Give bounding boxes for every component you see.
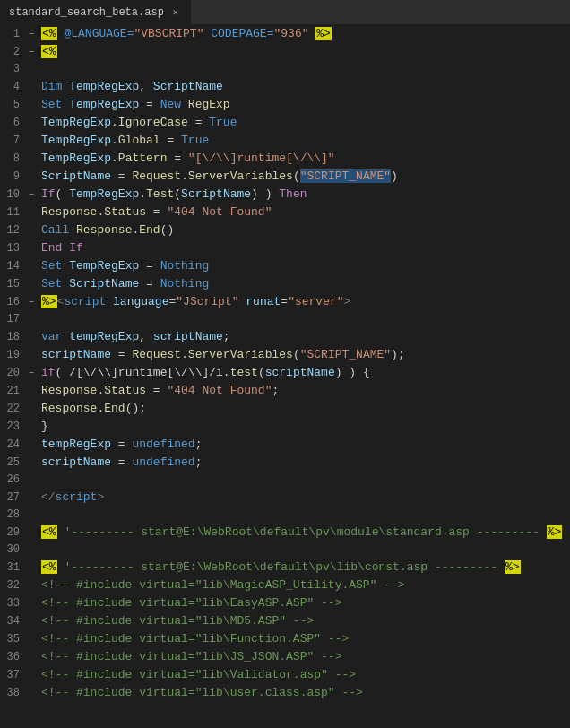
code-line: 23 }	[0, 418, 570, 436]
code-line: 12 Call Response.End()	[0, 221, 570, 239]
line-number: 25	[0, 455, 25, 472]
code-line: 36 <!-- #include virtual="lib\JS_JSON.AS…	[0, 648, 570, 666]
line-content: </script>	[38, 489, 570, 506]
line-content: }	[38, 418, 570, 435]
line-content: End If	[38, 239, 570, 256]
code-line: 24 tempRegExp = undefined;	[0, 436, 570, 454]
line-number: 19	[0, 347, 25, 364]
line-content: Set ScriptName = Nothing	[38, 275, 570, 292]
code-line: 8 TempRegExp.Pattern = "[\/\\]runtime[\/…	[0, 150, 570, 168]
line-number: 38	[0, 685, 25, 702]
code-line: 1 − <% @LANGUAGE="VBSCRIPT" CODEPAGE="93…	[0, 25, 570, 43]
code-line: 10 − If( TempRegExp.Test(ScriptName) ) T…	[0, 186, 570, 204]
code-line: 33 <!-- #include virtual="lib\EasyASP.AS…	[0, 594, 570, 612]
line-content: var tempRegExp, scriptName;	[38, 328, 570, 345]
line-content: Set TempRegExp = New RegExp	[38, 96, 570, 113]
line-number: 29	[0, 524, 25, 542]
line-number: 18	[0, 329, 25, 346]
line-content: Response.End();	[38, 400, 570, 417]
line-content: <% '--------- start@E:\WebRoot\default\p…	[38, 559, 570, 576]
code-line: 5 Set TempRegExp = New RegExp	[0, 96, 570, 114]
line-content: ScriptName = Request.ServerVariables("SC…	[38, 168, 570, 185]
line-number: 27	[0, 490, 25, 507]
code-line: 11 Response.Status = "404 Not Found"	[0, 204, 570, 221]
line-content: <!-- #include virtual="lib\Function.ASP"…	[38, 630, 570, 647]
line-number: 3	[0, 61, 25, 78]
code-line: 20 − if( /[\/\\]runtime[\/\\]/i.test(scr…	[0, 364, 570, 382]
code-line: 2 − <%	[0, 43, 570, 61]
code-line: 4 Dim TempRegExp, ScriptName	[0, 78, 570, 96]
line-number: 10	[0, 186, 25, 204]
code-line: 9 ScriptName = Request.ServerVariables("…	[0, 168, 570, 186]
line-content: <!-- #include virtual="lib\user.class.as…	[38, 684, 570, 701]
line-content: tempRegExp = undefined;	[38, 436, 570, 453]
code-line: 21 Response.Status = "404 Not Found";	[0, 382, 570, 400]
line-number: 14	[0, 258, 25, 275]
tab-close-button[interactable]: ✕	[169, 6, 182, 19]
code-line: 37 <!-- #include virtual="lib\Validator.…	[0, 666, 570, 684]
code-line: 32 <!-- #include virtual="lib\MagicASP_U…	[0, 576, 570, 594]
line-number: 22	[0, 401, 25, 418]
line-content: Set TempRegExp = Nothing	[38, 257, 570, 274]
line-number: 21	[0, 383, 25, 400]
fold-icon[interactable]: −	[25, 186, 38, 204]
line-content: <% '--------- start@E:\WebRoot\default\p…	[38, 524, 570, 541]
code-line: 22 Response.End();	[0, 400, 570, 418]
code-line: 16 − %><script language="JScript" runat=…	[0, 293, 570, 311]
line-content: TempRegExp.Pattern = "[\/\\]runtime[\/\\…	[38, 150, 570, 167]
line-content: <!-- #include virtual="lib\MagicASP_Util…	[38, 576, 570, 594]
line-content: Dim TempRegExp, ScriptName	[38, 78, 570, 95]
line-number: 33	[0, 595, 25, 612]
line-content: <!-- #include virtual="lib\EasyASP.ASP" …	[38, 594, 570, 611]
code-line: 14 Set TempRegExp = Nothing	[0, 257, 570, 275]
fold-icon[interactable]: −	[25, 365, 38, 382]
line-content: TempRegExp.IgnoreCase = True	[38, 114, 570, 131]
line-number: 36	[0, 649, 25, 666]
code-line: 15 Set ScriptName = Nothing	[0, 275, 570, 293]
line-number: 35	[0, 631, 25, 648]
code-line: 38 <!-- #include virtual="lib\user.class…	[0, 684, 570, 702]
active-tab[interactable]: standard_search_beta.asp ✕	[0, 0, 192, 25]
line-number: 23	[0, 419, 25, 436]
line-content: <% @LANGUAGE="VBSCRIPT" CODEPAGE="936" %…	[38, 25, 570, 42]
line-number: 15	[0, 276, 25, 293]
code-line: 31 <% '--------- start@E:\WebRoot\defaul…	[0, 559, 570, 576]
code-line: 28	[0, 507, 570, 524]
line-content: <!-- #include virtual="lib\MD5.ASP" -->	[38, 612, 570, 629]
line-content: %><script language="JScript" runat="serv…	[38, 293, 570, 310]
code-line: 19 scriptName = Request.ServerVariables(…	[0, 346, 570, 364]
code-line: 34 <!-- #include virtual="lib\MD5.ASP" -…	[0, 612, 570, 630]
line-number: 2	[0, 44, 25, 61]
line-content: Call Response.End()	[38, 221, 570, 238]
line-number: 20	[0, 365, 25, 382]
line-number: 4	[0, 79, 25, 96]
line-content: Response.Status = "404 Not Found"	[38, 204, 570, 221]
code-line: 30	[0, 542, 570, 559]
line-content: TempRegExp.Global = True	[38, 132, 570, 149]
line-content: <%	[38, 43, 570, 60]
code-editor: 1 − <% @LANGUAGE="VBSCRIPT" CODEPAGE="93…	[0, 25, 570, 728]
line-number: 9	[0, 169, 25, 186]
line-content: scriptName = Request.ServerVariables("SC…	[38, 346, 570, 363]
line-number: 11	[0, 204, 25, 221]
line-number: 6	[0, 115, 25, 132]
fold-icon[interactable]: −	[25, 44, 38, 61]
code-line: 13 End If	[0, 239, 570, 257]
code-line: 18 var tempRegExp, scriptName;	[0, 328, 570, 346]
line-number: 26	[0, 472, 25, 489]
line-number: 32	[0, 577, 25, 594]
line-content: Response.Status = "404 Not Found";	[38, 382, 570, 399]
line-number: 34	[0, 613, 25, 630]
line-number: 17	[0, 311, 25, 328]
code-line: 27 </script>	[0, 489, 570, 507]
line-number: 31	[0, 559, 25, 576]
line-number: 28	[0, 507, 25, 524]
code-line: 6 TempRegExp.IgnoreCase = True	[0, 114, 570, 132]
fold-icon[interactable]: −	[25, 294, 38, 311]
fold-icon[interactable]: −	[25, 26, 38, 43]
line-content: If( TempRegExp.Test(ScriptName) ) Then	[38, 186, 570, 203]
line-content: <!-- #include virtual="lib\JS_JSON.ASP" …	[38, 648, 570, 665]
line-number: 16	[0, 294, 25, 311]
code-line: 3	[0, 61, 570, 78]
line-number: 13	[0, 240, 25, 257]
